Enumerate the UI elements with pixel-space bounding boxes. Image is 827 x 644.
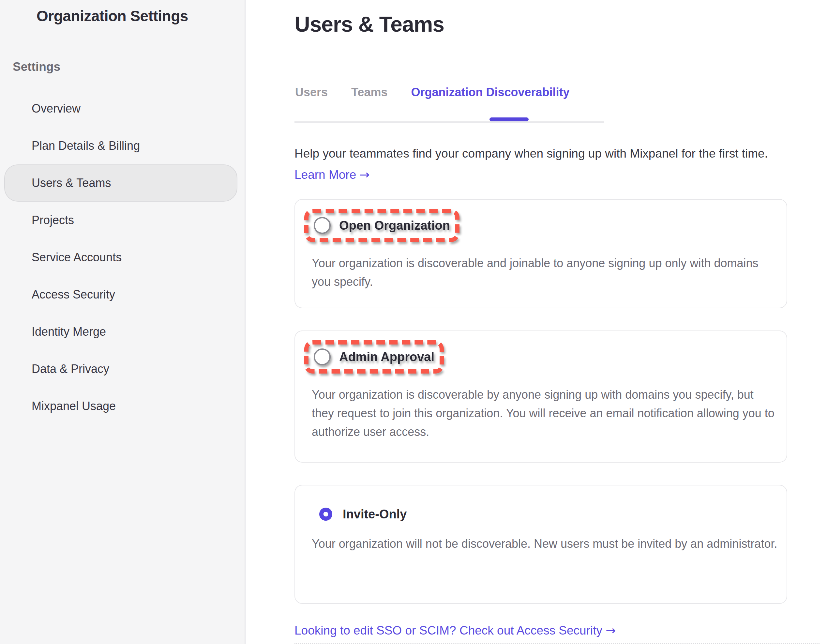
tab-users[interactable]: Users (295, 86, 328, 99)
page-title: Users & Teams (295, 12, 827, 36)
access-security-link[interactable]: Looking to edit SSO or SCIM? Check out A… (295, 624, 616, 638)
red-dashed-highlight-open-organization: Open Organization (304, 209, 459, 242)
sidebar-item-overview[interactable]: Overview (4, 90, 237, 127)
radio-invite-only-selected[interactable] (319, 508, 332, 521)
arrow-right-icon: → (605, 624, 616, 638)
sidebar-item-data-privacy[interactable]: Data & Privacy (4, 350, 237, 388)
option-card-admin-approval: Admin Approval Your organization is disc… (295, 330, 787, 463)
option-description-open-organization: Your organization is discoverable and jo… (312, 254, 778, 291)
sidebar-item-access-security[interactable]: Access Security (4, 276, 237, 313)
sidebar-item-projects[interactable]: Projects (4, 202, 237, 239)
discoverability-options: Open Organization Your organization is d… (295, 199, 787, 604)
red-dashed-highlight-admin-approval: Admin Approval (304, 340, 444, 374)
sidebar-item-label: Mixpanel Usage (32, 399, 116, 413)
sidebar-item-identity-merge[interactable]: Identity Merge (4, 313, 237, 350)
radio-admin-approval[interactable] (314, 349, 331, 366)
active-tab-indicator (490, 117, 529, 121)
option-card-invite-only: Invite-Only Your organization will not b… (295, 485, 787, 604)
tab-teams[interactable]: Teams (351, 86, 387, 99)
sidebar-title: Organization Settings (36, 7, 245, 25)
sidebar-item-label: Access Security (32, 288, 115, 302)
sidebar-item-plan-details-billing[interactable]: Plan Details & Billing (4, 127, 237, 164)
tab-organization-discoverability[interactable]: Organization Discoverability (411, 86, 570, 99)
option-description-invite-only: Your organization will not be discoverab… (312, 535, 778, 553)
sidebar-section-label: Settings (13, 60, 245, 74)
sidebar-nav: Overview Plan Details & Billing Users & … (0, 90, 245, 425)
sidebar-item-label: Plan Details & Billing (32, 139, 140, 153)
radio-open-organization[interactable] (314, 217, 331, 234)
radio-label-invite-only[interactable]: Invite-Only (343, 507, 407, 521)
arrow-right-icon: → (360, 168, 370, 182)
radio-label-open-organization[interactable]: Open Organization (339, 219, 450, 233)
sidebar-item-label: Identity Merge (32, 325, 106, 339)
tab-row: Users Teams Organization Discoverability (295, 86, 604, 121)
sidebar-item-service-accounts[interactable]: Service Accounts (4, 239, 237, 276)
sidebar-item-label: Service Accounts (32, 250, 122, 264)
tab-bar: Users Teams Organization Discoverability (295, 86, 604, 123)
intro-text: Help your teammates find your company wh… (295, 147, 827, 161)
option-card-open-organization: Open Organization Your organization is d… (295, 199, 787, 308)
option-description-admin-approval: Your organization is discoverable by any… (312, 385, 778, 441)
sidebar-item-mixpanel-usage[interactable]: Mixpanel Usage (4, 388, 237, 425)
sidebar-item-label: Overview (32, 102, 81, 116)
radio-label-admin-approval[interactable]: Admin Approval (339, 350, 434, 364)
sidebar-item-users-teams[interactable]: Users & Teams (4, 164, 237, 202)
learn-more-link[interactable]: Learn More → (295, 168, 370, 182)
sidebar: Organization Settings Settings Overview … (0, 0, 245, 644)
organization-settings-page: Organization Settings Settings Overview … (0, 0, 827, 644)
radio-row-invite-only: Invite-Only (317, 506, 407, 523)
sidebar-item-label: Data & Privacy (32, 362, 109, 376)
sidebar-item-label: Projects (32, 213, 74, 227)
main-content: Users & Teams Users Teams Organization D… (245, 0, 827, 644)
sidebar-item-label: Users & Teams (32, 176, 111, 190)
